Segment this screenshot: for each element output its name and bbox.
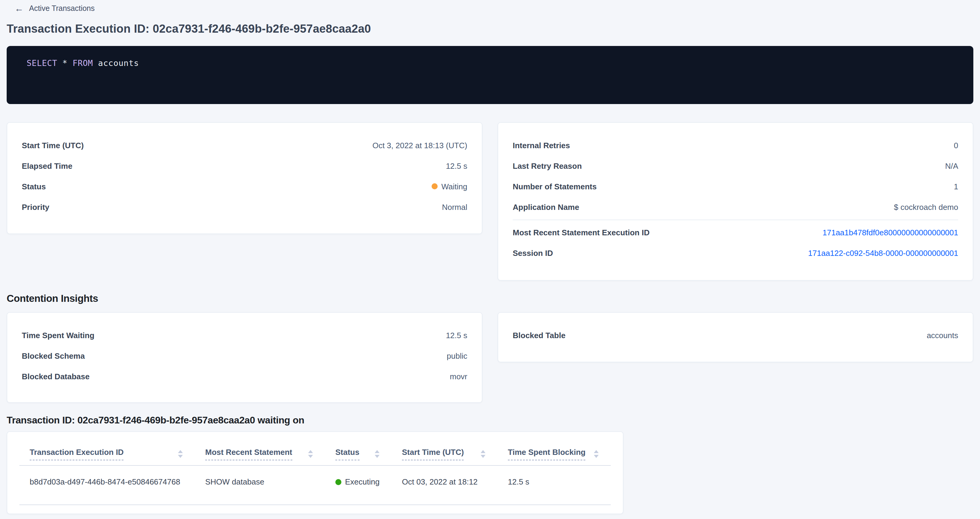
column-header-time-spent-blocking[interactable]: Time Spent Blocking	[498, 448, 611, 460]
summary-row-statement-execution-id: Most Recent Statement Execution ID 171aa…	[498, 222, 973, 243]
row-label: Blocked Database	[22, 372, 89, 381]
column-header-label: Status	[335, 448, 359, 460]
contention-cards-row: Time Spent Waiting 12.5 s Blocked Schema…	[7, 312, 973, 403]
row-label: Most Recent Statement Execution ID	[513, 228, 649, 237]
row-value: Oct 3, 2022 at 18:13 (UTC)	[372, 141, 467, 150]
cell-most-recent-statement: SHOW database	[195, 477, 325, 487]
row-label: Last Retry Reason	[513, 161, 582, 170]
row-value: 1	[954, 182, 958, 191]
arrow-left-icon: ←	[14, 4, 24, 13]
summary-row-application-name: Application Name $ cockroach demo	[498, 197, 973, 217]
row-label: Blocked Schema	[22, 351, 85, 360]
cell-time-spent-blocking: 12.5 s	[498, 477, 611, 487]
cell-transaction-execution-id: b8d7d03a-d497-446b-8474-e50846674768	[19, 477, 195, 487]
row-label: Status	[22, 182, 46, 191]
waiting-on-table-card: Transaction Execution ID Most Recent Sta…	[7, 431, 624, 514]
table-header-row: Transaction Execution ID Most Recent Sta…	[19, 432, 611, 466]
row-value: accounts	[927, 330, 958, 340]
breadcrumb-back-link[interactable]: ← Active Transactions	[14, 4, 973, 13]
summary-row-internal-retries: Internal Retries 0	[498, 135, 973, 156]
sort-arrows-icon[interactable]	[480, 450, 485, 458]
column-header-label: Most Recent Statement	[205, 448, 293, 460]
sort-arrows-icon[interactable]	[178, 450, 183, 458]
row-label: Time Spent Waiting	[22, 330, 94, 340]
row-label: Priority	[22, 202, 49, 211]
column-header-label: Start Time (UTC)	[402, 448, 464, 460]
sql-statement-box: SELECT * FROM accounts	[7, 46, 973, 104]
column-header-label: Transaction Execution ID	[30, 448, 124, 460]
contention-card-left: Time Spent Waiting 12.5 s Blocked Schema…	[7, 312, 482, 403]
contention-row-blocked-schema: Blocked Schema public	[7, 345, 482, 366]
row-label: Session ID	[513, 248, 553, 257]
sql-keyword-from: FROM	[73, 58, 93, 68]
contention-insights-heading: Contention Insights	[7, 293, 973, 304]
summary-card-execution: Internal Retries 0 Last Retry Reason N/A…	[498, 122, 973, 281]
column-header-start-time[interactable]: Start Time (UTC)	[391, 448, 498, 460]
summary-row-status: Status Waiting	[7, 176, 482, 197]
row-label: Internal Retries	[513, 141, 570, 150]
row-value: 12.5 s	[446, 161, 467, 170]
sql-star: *	[62, 58, 67, 68]
row-label: Blocked Table	[513, 330, 565, 340]
sql-table-name: accounts	[98, 58, 139, 68]
card-divider	[513, 220, 958, 220]
summary-row-elapsed-time: Elapsed Time 12.5 s	[7, 156, 482, 176]
status-executing-dot-icon	[335, 479, 341, 485]
summary-row-priority: Priority Normal	[7, 197, 482, 217]
column-header-most-recent-statement[interactable]: Most Recent Statement	[195, 448, 325, 460]
summary-cards-row: Start Time (UTC) Oct 3, 2022 at 18:13 (U…	[7, 122, 973, 281]
status-badge: Waiting	[431, 182, 467, 191]
row-label: Number of Statements	[513, 182, 597, 191]
column-header-label: Time Spent Blocking	[508, 448, 585, 460]
sql-keyword-select: SELECT	[27, 58, 57, 68]
summary-row-last-retry-reason: Last Retry Reason N/A	[498, 156, 973, 176]
row-value: Normal	[442, 202, 467, 211]
row-label: Application Name	[513, 202, 579, 211]
status-text: Waiting	[441, 182, 467, 191]
sort-arrows-icon[interactable]	[375, 450, 380, 458]
status-text: Executing	[345, 477, 380, 486]
contention-row-time-spent-waiting: Time Spent Waiting 12.5 s	[7, 325, 482, 345]
active-transaction-details-page: ← Active Transactions Transaction Execut…	[0, 0, 980, 519]
column-header-status[interactable]: Status	[325, 448, 391, 460]
row-value: N/A	[945, 161, 958, 170]
row-value: public	[447, 351, 467, 360]
statement-execution-id-link[interactable]: 171aa1b478fdf0e80000000000000001	[822, 228, 958, 237]
waiting-on-heading: Transaction ID: 02ca7931-f246-469b-b2fe-…	[7, 415, 973, 426]
page-title: Transaction Execution ID: 02ca7931-f246-…	[7, 22, 973, 36]
session-id-link[interactable]: 171aa122-c092-54b8-0000-000000000001	[808, 248, 958, 257]
row-value: 0	[954, 141, 958, 150]
contention-row-blocked-database: Blocked Database movr	[7, 366, 482, 387]
summary-row-number-of-statements: Number of Statements 1	[498, 176, 973, 197]
status-waiting-dot-icon	[431, 183, 438, 189]
sort-arrows-icon[interactable]	[594, 450, 599, 458]
summary-row-session-id: Session ID 171aa122-c092-54b8-0000-00000…	[498, 243, 973, 263]
row-value: 12.5 s	[446, 330, 467, 340]
column-header-transaction-execution-id[interactable]: Transaction Execution ID	[19, 448, 195, 460]
row-label: Start Time (UTC)	[22, 141, 84, 150]
contention-row-blocked-table: Blocked Table accounts	[498, 325, 973, 345]
row-label: Elapsed Time	[22, 161, 72, 170]
cell-start-time: Oct 03, 2022 at 18:12	[391, 477, 498, 487]
summary-card-timing: Start Time (UTC) Oct 3, 2022 at 18:13 (U…	[7, 122, 482, 234]
table-row: b8d7d03a-d497-446b-8474-e50846674768 SHO…	[19, 466, 611, 505]
row-value: $ cockroach demo	[894, 202, 958, 211]
breadcrumb-label: Active Transactions	[29, 4, 95, 13]
sort-arrows-icon[interactable]	[308, 450, 313, 458]
cell-status: Executing	[325, 477, 391, 487]
row-value: movr	[450, 372, 467, 381]
contention-card-right: Blocked Table accounts	[498, 312, 973, 362]
summary-row-start-time: Start Time (UTC) Oct 3, 2022 at 18:13 (U…	[7, 135, 482, 156]
